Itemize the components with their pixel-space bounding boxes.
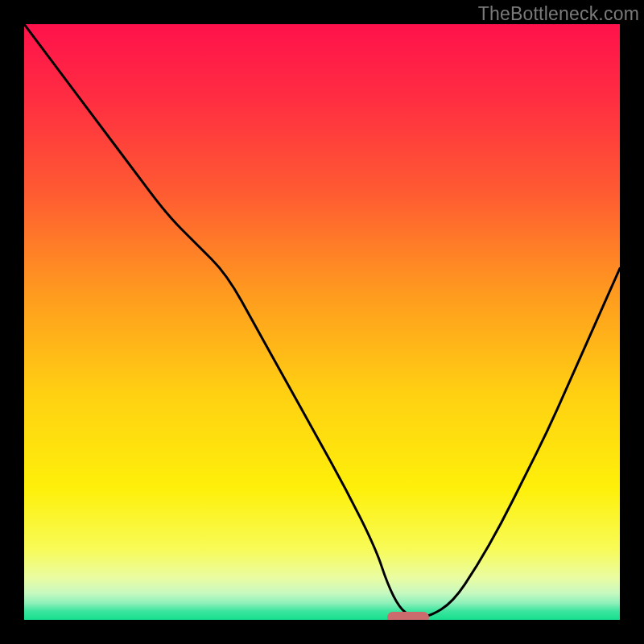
plot-area [24, 24, 620, 620]
chart-frame: TheBottleneck.com [0, 0, 644, 644]
optimal-range-marker [387, 612, 429, 620]
bottleneck-curve [24, 24, 620, 620]
watermark-text: TheBottleneck.com [478, 3, 639, 25]
